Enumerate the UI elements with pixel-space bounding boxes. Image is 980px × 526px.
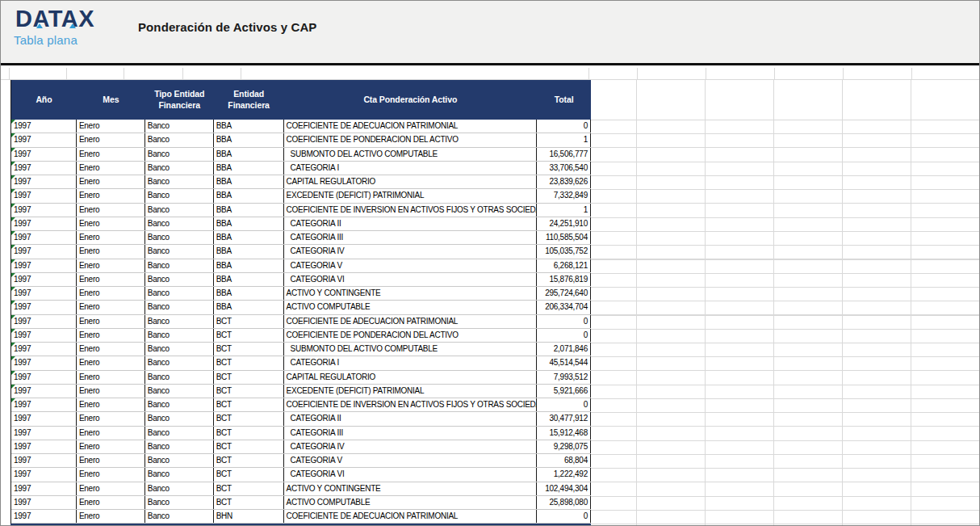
cell-ano[interactable]: 1997 (11, 189, 77, 202)
cell-mes[interactable]: Enero (77, 231, 145, 244)
cell-cta[interactable]: COEFICIENTE DE ADECUACION PATRIMONIAL (284, 120, 538, 133)
cell-tipo-entidad[interactable]: Banco (145, 329, 214, 342)
cell-mes[interactable]: Enero (77, 356, 145, 369)
cell-ano[interactable]: 1997 (11, 245, 77, 258)
cell-total[interactable]: 1 (537, 204, 591, 217)
cell-mes[interactable]: Enero (77, 148, 145, 161)
cell-entidad[interactable]: BBA (214, 189, 284, 202)
cell-total[interactable]: 110,585,504 (537, 231, 591, 244)
cell-ano[interactable]: 1997 (11, 175, 77, 188)
cell-tipo-entidad[interactable]: Banco (145, 398, 214, 411)
cell-tipo-entidad[interactable]: Banco (145, 204, 214, 217)
cell-total[interactable]: 7,332,849 (537, 189, 591, 202)
cell-cta[interactable]: CATEGORIA III (284, 427, 538, 440)
cell-cta[interactable]: ACTIVO Y CONTINGENTE (284, 482, 538, 495)
cell-mes[interactable]: Enero (77, 189, 145, 202)
cell-entidad[interactable]: BCT (214, 454, 284, 467)
cell-tipo-entidad[interactable]: Banco (145, 148, 214, 161)
cell-total[interactable]: 24,251,910 (537, 217, 591, 230)
cell-ano[interactable]: 1997 (11, 356, 77, 369)
cell-cta[interactable]: CATEGORIA V (284, 259, 538, 272)
cell-mes[interactable]: Enero (77, 133, 145, 146)
cell-ano[interactable]: 1997 (11, 301, 77, 313)
cell-tipo-entidad[interactable]: Banco (145, 427, 214, 440)
cell-ano[interactable]: 1997 (11, 259, 77, 272)
cell-ano[interactable]: 1997 (11, 427, 77, 440)
cell-cta[interactable]: COEFICIENTE DE INVERSION EN ACTIVOS FIJO… (284, 398, 538, 411)
cell-mes[interactable]: Enero (77, 175, 145, 188)
cell-mes[interactable]: Enero (77, 315, 145, 328)
cell-ano[interactable]: 1997 (11, 273, 77, 286)
cell-total[interactable]: 9,298,075 (537, 440, 591, 453)
cell-cta[interactable]: CATEGORIA VI (284, 273, 538, 286)
column-header-tipo-entidad[interactable]: Tipo Entidad Financiera (145, 80, 214, 120)
column-header-cta[interactable]: Cta Ponderación Activo (284, 80, 538, 120)
cell-ano[interactable]: 1997 (11, 385, 77, 398)
cell-total[interactable]: 295,724,640 (537, 287, 591, 300)
cell-cta[interactable]: ACTIVO Y CONTINGENTE (284, 287, 538, 300)
cell-entidad[interactable]: BCT (214, 412, 284, 425)
cell-mes[interactable]: Enero (77, 287, 145, 300)
cell-mes[interactable]: Enero (77, 510, 145, 523)
cell-mes[interactable]: Enero (77, 245, 145, 258)
cell-entidad[interactable]: BCT (214, 343, 284, 356)
cell-ano[interactable]: 1997 (11, 468, 77, 481)
cell-ano[interactable]: 1997 (11, 204, 77, 217)
cell-entidad[interactable]: BCT (214, 385, 284, 398)
cell-cta[interactable]: CATEGORIA IV (284, 245, 538, 258)
cell-total[interactable]: 0 (537, 120, 591, 133)
cell-ano[interactable]: 1997 (11, 217, 77, 230)
cell-ano[interactable]: 1997 (11, 148, 77, 161)
cell-entidad[interactable]: BBA (214, 133, 284, 146)
cell-mes[interactable]: Enero (77, 454, 145, 467)
cell-mes[interactable]: Enero (77, 162, 145, 175)
cell-tipo-entidad[interactable]: Banco (145, 301, 214, 313)
cell-cta[interactable]: ACTIVO COMPUTABLE (284, 301, 538, 313)
cell-tipo-entidad[interactable]: Banco (145, 468, 214, 481)
cell-entidad[interactable]: BBA (214, 204, 284, 217)
cell-total[interactable]: 105,035,752 (537, 245, 591, 258)
cell-cta[interactable]: COEFICIENTE DE INVERSION EN ACTIVOS FIJO… (284, 204, 538, 217)
cell-tipo-entidad[interactable]: Banco (145, 162, 214, 175)
cell-cta[interactable]: CATEGORIA II (284, 412, 538, 425)
cell-total[interactable]: 0 (537, 315, 591, 328)
cell-ano[interactable]: 1997 (11, 329, 77, 342)
cell-cta[interactable]: COEFICIENTE DE PONDERACION DEL ACTIVO (284, 329, 538, 342)
cell-tipo-entidad[interactable]: Banco (145, 133, 214, 146)
cell-total[interactable]: 0 (537, 329, 591, 342)
cell-total[interactable]: 25,898,080 (537, 496, 591, 509)
cell-total[interactable]: 15,876,819 (537, 273, 591, 286)
cell-ano[interactable]: 1997 (11, 440, 77, 453)
cell-entidad[interactable]: BBA (214, 259, 284, 272)
cell-cta[interactable]: CATEGORIA V (284, 454, 538, 467)
cell-entidad[interactable]: BBA (214, 301, 284, 313)
cell-total[interactable]: 16,506,777 (537, 148, 591, 161)
cell-cta[interactable]: SUBMONTO DEL ACTIVO COMPUTABLE (284, 343, 538, 356)
cell-ano[interactable]: 1997 (11, 343, 77, 356)
cell-ano[interactable]: 1997 (11, 398, 77, 411)
cell-total[interactable]: 102,494,304 (537, 482, 591, 495)
cell-ano[interactable]: 1997 (11, 412, 77, 425)
cell-mes[interactable]: Enero (77, 440, 145, 453)
cell-cta[interactable]: COEFICIENTE DE ADECUACION PATRIMONIAL (284, 510, 538, 523)
cell-mes[interactable]: Enero (77, 412, 145, 425)
cell-mes[interactable]: Enero (77, 273, 145, 286)
cell-tipo-entidad[interactable]: Banco (145, 371, 214, 384)
cell-entidad[interactable]: BCT (214, 496, 284, 509)
cell-tipo-entidad[interactable]: Banco (145, 343, 214, 356)
cell-cta[interactable]: EXCEDENTE (DEFICIT) PATRIMONIAL (284, 385, 538, 398)
cell-ano[interactable]: 1997 (11, 496, 77, 509)
cell-entidad[interactable]: BCT (214, 427, 284, 440)
cell-total[interactable]: 15,912,468 (537, 427, 591, 440)
cell-cta[interactable]: ACTIVO COMPUTABLE (284, 496, 538, 509)
cell-tipo-entidad[interactable]: Banco (145, 259, 214, 272)
cell-ano[interactable]: 1997 (11, 120, 77, 133)
cell-cta[interactable]: CAPITAL REGULATORIO (284, 175, 538, 188)
cell-entidad[interactable]: BBA (214, 162, 284, 175)
cell-mes[interactable]: Enero (77, 204, 145, 217)
cell-mes[interactable]: Enero (77, 427, 145, 440)
cell-total[interactable]: 45,514,544 (537, 356, 591, 369)
cell-ano[interactable]: 1997 (11, 287, 77, 300)
column-header-entidad[interactable]: Entidad Financiera (214, 80, 284, 120)
cell-ano[interactable]: 1997 (11, 133, 77, 146)
